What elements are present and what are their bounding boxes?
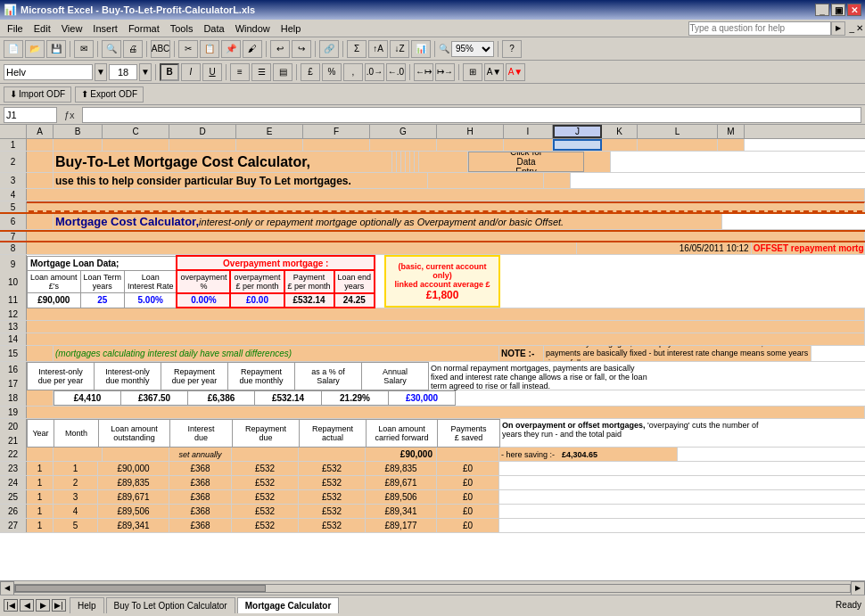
minimize-button[interactable]: _ (815, 4, 829, 16)
redo-button[interactable]: ↪ (292, 40, 311, 58)
menu-format[interactable]: Format (123, 21, 165, 36)
cell-a27[interactable]: 1 (27, 519, 54, 532)
cell-f25[interactable]: £532 (299, 490, 366, 504)
cell-row4[interactable] (27, 189, 865, 201)
font-color-button[interactable]: A▼ (506, 63, 525, 81)
cell-c22[interactable] (103, 448, 169, 461)
row-num-15[interactable]: 15 (0, 346, 27, 361)
tab-prev-button[interactable]: ◀ (20, 599, 34, 612)
loan-amount-value[interactable]: £90,000 (28, 293, 81, 308)
cell-l1[interactable] (638, 139, 718, 151)
cell-d25[interactable]: £368 (169, 490, 232, 504)
overpayment-pct-value[interactable]: 0.00% (177, 293, 230, 308)
cell-e24[interactable]: £532 (232, 476, 299, 489)
row-num-1[interactable]: 1 (0, 139, 27, 151)
print-preview-button[interactable]: 🔍 (102, 40, 121, 58)
increase-indent-button[interactable]: ↦→ (435, 63, 455, 81)
row-num-8[interactable]: 8 (0, 242, 27, 254)
row-num-24[interactable]: 24 (0, 476, 27, 489)
cell-i2[interactable] (419, 152, 468, 172)
fill-color-button[interactable]: A▼ (484, 63, 504, 81)
loan-end-value[interactable]: 24.25 (334, 293, 375, 308)
currency-button[interactable]: £ (301, 63, 320, 81)
row-num-25[interactable]: 25 (0, 490, 27, 504)
tab-next-button[interactable]: ▶ (36, 599, 50, 612)
cell-c1[interactable] (103, 139, 169, 151)
sort-desc-button[interactable]: ↓Z (390, 40, 409, 58)
col-header-b[interactable]: B (54, 125, 103, 138)
cell-b27[interactable]: 5 (54, 519, 98, 532)
cell-b23[interactable]: 1 (54, 462, 98, 475)
copy-button[interactable]: 📋 (200, 40, 219, 58)
row-num-26[interactable]: 26 (0, 505, 27, 518)
cell-g27[interactable]: £89,177 (366, 519, 437, 532)
offset-value[interactable]: £1,800 (426, 289, 459, 301)
undo-button[interactable]: ↩ (270, 40, 290, 58)
percent-button[interactable]: % (322, 63, 342, 81)
horizontal-scrollbar[interactable]: ◀ ▶ (0, 580, 865, 595)
menu-data[interactable]: Data (198, 21, 229, 36)
underline-button[interactable]: U (202, 63, 222, 81)
cell-b26[interactable]: 4 (54, 505, 98, 518)
cell-e1[interactable] (236, 139, 303, 151)
font-name-input[interactable] (4, 64, 93, 80)
cell-a1[interactable] (27, 139, 54, 151)
row-num-18[interactable]: 18 (0, 390, 27, 406)
ribbon-close-button[interactable]: ✕ (856, 23, 863, 33)
col-header-i[interactable]: I (504, 125, 553, 138)
cut-button[interactable]: ✂ (178, 40, 198, 58)
salary-pct-val[interactable]: 21.29% (322, 391, 389, 406)
cell-h24[interactable]: £0 (437, 476, 499, 489)
col-header-d[interactable]: D (169, 125, 236, 138)
align-right-button[interactable]: ▤ (273, 63, 292, 81)
cell-a24[interactable]: 1 (27, 476, 54, 489)
save-button[interactable]: 💾 (46, 40, 66, 58)
cell-f26[interactable]: £532 (299, 505, 366, 518)
scroll-left-button[interactable]: ◀ (0, 581, 14, 595)
cell-f22[interactable] (299, 448, 366, 461)
tab-first-button[interactable]: |◀ (4, 599, 18, 612)
row-num-5[interactable]: 5 (0, 201, 27, 212)
cell-i1[interactable] (504, 139, 553, 151)
cell-c27[interactable]: £89,341 (98, 519, 169, 532)
row-num-3[interactable]: 3 (0, 173, 27, 188)
chart-button[interactable]: 📊 (411, 40, 431, 58)
cell-a22[interactable] (27, 448, 54, 461)
overpayment-pm-value[interactable]: £0.00 (230, 293, 284, 308)
font-name-dropdown-button[interactable]: ▼ (95, 63, 107, 81)
font-size-input[interactable] (109, 64, 137, 80)
cell-g24[interactable]: £89,671 (366, 476, 437, 489)
email-button[interactable]: ✉ (74, 40, 94, 58)
ribbon-minimize-button[interactable]: _ (849, 23, 854, 33)
cell-row13[interactable] (27, 321, 865, 333)
cell-row8-left[interactable] (27, 242, 577, 254)
tab-last-button[interactable]: ▶| (52, 599, 66, 612)
cell-a15[interactable] (27, 346, 54, 361)
formula-input[interactable] (82, 107, 861, 123)
menu-view[interactable]: View (56, 21, 88, 36)
cell-j1[interactable] (553, 139, 602, 151)
row-num-7[interactable]: 7 (0, 232, 27, 241)
cell-row14[interactable] (27, 333, 865, 345)
annual-salary-val[interactable]: £30,000 (389, 391, 456, 406)
scroll-thumb[interactable] (15, 585, 266, 592)
cell-b24[interactable]: 2 (54, 476, 98, 489)
cell-c26[interactable]: £89,506 (98, 505, 169, 518)
cell-reference-input[interactable] (4, 107, 57, 123)
sort-asc-button[interactable]: ↑A (368, 40, 388, 58)
cell-g1[interactable] (370, 139, 437, 151)
col-header-k[interactable]: K (602, 125, 638, 138)
cell-b3[interactable]: use this to help consider particular Buy… (54, 173, 428, 188)
cell-j3[interactable] (428, 173, 544, 188)
cell-f23[interactable]: £532 (299, 462, 366, 475)
import-odf-button[interactable]: ⬇ Import ODF (4, 86, 71, 103)
menu-tools[interactable]: Tools (165, 21, 199, 36)
col-header-e[interactable]: E (236, 125, 303, 138)
help-search-input[interactable] (688, 21, 831, 36)
cell-c23[interactable]: £90,000 (98, 462, 169, 475)
new-button[interactable]: 📄 (4, 40, 23, 58)
row-num-23[interactable]: 23 (0, 462, 27, 475)
cell-row12[interactable] (27, 308, 865, 320)
cell-g25[interactable]: £89,506 (366, 490, 437, 504)
cell-h27[interactable]: £0 (437, 519, 499, 532)
